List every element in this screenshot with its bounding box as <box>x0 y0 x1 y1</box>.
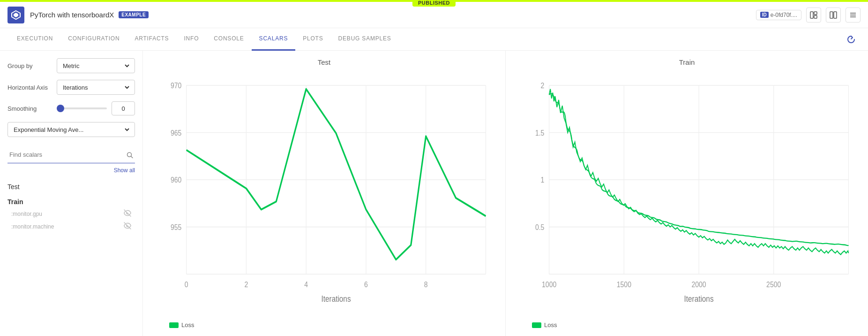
split-view-icon-btn[interactable] <box>826 8 841 23</box>
test-legend-color <box>169 322 179 328</box>
list-item: :monitor.machine <box>7 220 135 233</box>
svg-text:1: 1 <box>541 176 545 184</box>
layout-icon-btn[interactable] <box>806 8 821 23</box>
svg-text:0.5: 0.5 <box>535 223 545 232</box>
sidebar: Group by Metric None Horizontal Axis Ite… <box>0 51 143 336</box>
app-logo <box>7 7 24 23</box>
test-chart-title: Test <box>150 58 498 66</box>
svg-text:0: 0 <box>185 280 188 289</box>
svg-rect-5 <box>830 12 833 18</box>
svg-text:2500: 2500 <box>766 280 781 289</box>
id-value: e-0fd70f.... <box>771 12 797 18</box>
group-by-label: Group by <box>7 62 52 69</box>
test-group-title[interactable]: Test <box>7 181 135 192</box>
svg-text:4: 4 <box>304 280 308 289</box>
svg-rect-6 <box>834 12 837 18</box>
test-chart-panel: Test 970 9 <box>143 51 506 336</box>
train-legend-color <box>532 322 541 328</box>
svg-text:2000: 2000 <box>691 280 706 289</box>
refresh-button[interactable] <box>844 32 859 47</box>
svg-marker-1 <box>14 13 18 17</box>
ema-select[interactable]: Exponential Moving Ave... None <box>7 122 135 137</box>
svg-text:2: 2 <box>245 280 248 289</box>
eye-off-icon[interactable] <box>124 222 131 231</box>
main-layout: Group by Metric None Horizontal Axis Ite… <box>0 51 868 336</box>
id-label: ID <box>760 12 769 18</box>
scalar-group-test: Test <box>7 181 135 192</box>
task-id: ID e-0fd70f.... <box>756 10 801 20</box>
published-badge: PUBLISHED <box>412 0 456 7</box>
scalar-item-label: :monitor.gpu <box>11 211 42 217</box>
eye-off-icon[interactable] <box>124 209 131 218</box>
horizontal-axis-select[interactable]: Iterations Time <box>57 80 135 95</box>
tabs-bar: EXECUTION CONFIGURATION ARTIFACTS INFO C… <box>0 28 868 51</box>
svg-text:8: 8 <box>424 280 428 289</box>
tab-configuration[interactable]: CONFIGURATION <box>60 28 127 51</box>
charts-area: Test 970 9 <box>143 51 868 336</box>
scalar-item-label: :monitor.machine <box>11 223 54 230</box>
horizontal-axis-label: Horizontal Axis <box>7 84 52 91</box>
horizontal-axis-dropdown[interactable]: Iterations Time <box>61 84 131 92</box>
train-chart-title: Train <box>513 58 861 66</box>
svg-text:1.5: 1.5 <box>535 128 545 137</box>
svg-text:960: 960 <box>171 176 182 184</box>
svg-text:2: 2 <box>541 81 545 90</box>
train-group-title[interactable]: Train <box>7 196 135 207</box>
train-chart-panel: Train 2 1.5 1 <box>506 51 868 336</box>
train-chart-svg: 2 1.5 1 0.5 1000 1500 2000 2500 Iteratio… <box>513 71 861 318</box>
svg-text:955: 955 <box>171 223 182 232</box>
smoothing-label: Smoothing <box>7 105 52 112</box>
tab-plots[interactable]: PLOTS <box>295 28 330 51</box>
tab-scalars[interactable]: SCALARS <box>252 28 296 51</box>
search-input[interactable] <box>7 146 135 163</box>
svg-text:Iterations: Iterations <box>322 294 351 304</box>
group-by-row: Group by Metric None <box>7 58 135 73</box>
train-chart-container: 2 1.5 1 0.5 1000 1500 2000 2500 Iteratio… <box>513 71 861 318</box>
svg-text:1000: 1000 <box>542 280 557 289</box>
app-title: PyTorch with tensorboardX <box>30 11 114 19</box>
smoothing-slider[interactable] <box>57 107 107 109</box>
svg-text:Iterations: Iterations <box>684 294 714 304</box>
smoothing-thumb[interactable] <box>57 105 64 112</box>
svg-text:1500: 1500 <box>617 280 632 289</box>
search-icon <box>127 152 133 160</box>
svg-text:970: 970 <box>171 81 182 90</box>
scalar-group-train: Train :monitor.gpu :monitor.machine <box>7 196 135 233</box>
test-legend-label: Loss <box>181 321 194 328</box>
svg-text:965: 965 <box>171 128 182 137</box>
search-wrapper <box>7 146 135 165</box>
tab-console[interactable]: CONSOLE <box>206 28 251 51</box>
group-by-select[interactable]: Metric None <box>57 58 135 73</box>
test-chart-container: 970 965 960 955 0 2 4 6 8 Iterations <box>150 71 498 318</box>
train-legend-label: Loss <box>544 321 557 328</box>
svg-text:6: 6 <box>364 280 368 289</box>
smoothing-row: Smoothing 0 <box>7 101 135 115</box>
group-by-dropdown[interactable]: Metric None <box>61 62 131 70</box>
tab-info[interactable]: INFO <box>176 28 206 51</box>
horizontal-axis-row: Horizontal Axis Iterations Time <box>7 80 135 95</box>
tab-artifacts[interactable]: ARTIFACTS <box>127 28 176 51</box>
svg-rect-2 <box>810 12 813 18</box>
train-chart-legend: Loss <box>513 318 861 328</box>
list-item: :monitor.gpu <box>7 207 135 220</box>
test-chart-svg: 970 965 960 955 0 2 4 6 8 Iterations <box>150 71 498 318</box>
ema-dropdown[interactable]: Exponential Moving Ave... None <box>12 126 131 134</box>
svg-rect-3 <box>814 12 817 15</box>
test-chart-legend: Loss <box>150 318 498 328</box>
example-badge: EXAMPLE <box>119 11 149 18</box>
tab-debug-samples[interactable]: DEBUG SAMPLES <box>331 28 399 51</box>
top-bar: PUBLISHED <box>0 0 868 2</box>
svg-line-11 <box>131 156 133 158</box>
menu-icon-btn[interactable] <box>846 8 861 23</box>
header-actions: ID e-0fd70f.... <box>756 8 861 23</box>
smoothing-value: 0 <box>112 101 135 115</box>
svg-rect-4 <box>814 15 817 18</box>
tab-execution[interactable]: EXECUTION <box>9 28 60 51</box>
show-all-link[interactable]: Show all <box>7 167 135 174</box>
